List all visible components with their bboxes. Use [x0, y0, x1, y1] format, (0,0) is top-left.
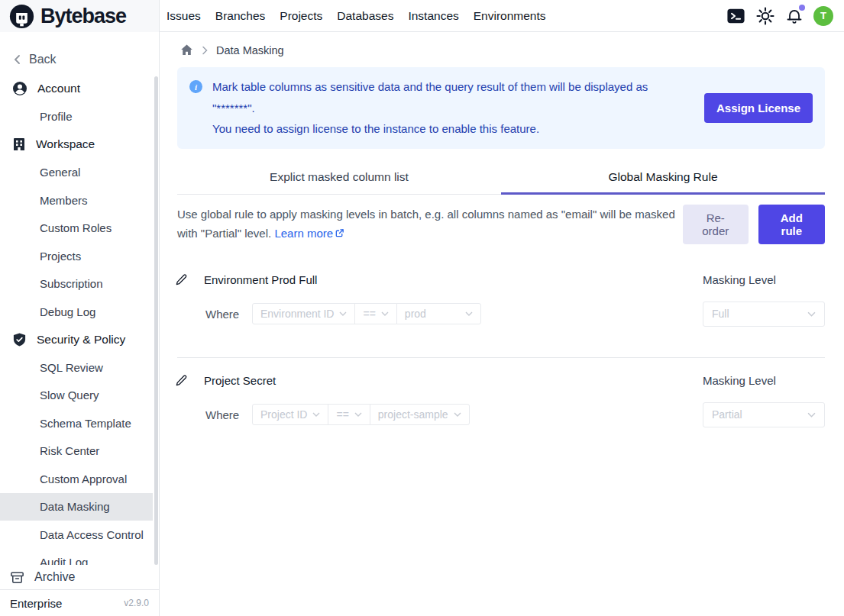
shield-check-icon — [12, 332, 27, 347]
condition-field-select[interactable]: Project ID — [252, 404, 328, 425]
where-label: Where — [205, 308, 242, 321]
rule-description-text: Use global rule to apply masking levels … — [177, 208, 675, 240]
add-rule-button[interactable]: Add rule — [758, 205, 825, 244]
back-button[interactable]: Back — [0, 44, 159, 75]
main-column: Issues Branches Projects Databases Insta… — [160, 0, 844, 616]
sidebar-item-members[interactable]: Members — [0, 186, 159, 214]
field-value: Environment ID — [260, 308, 334, 320]
rule-title: Project Secret — [204, 374, 276, 387]
where-label: Where — [205, 408, 242, 421]
masking-level-label: Masking Level — [703, 273, 825, 286]
sidebar-item-archive[interactable]: Archive — [0, 565, 159, 589]
condition-operator-select[interactable]: == — [328, 404, 370, 425]
banner-line-1: Mark table columns as sensitive data and… — [212, 76, 692, 118]
sidebar-section-account[interactable]: Account — [0, 75, 159, 103]
building-icon — [12, 137, 26, 152]
breadcrumb: Data Masking — [177, 32, 825, 67]
sidebar-item-audit-log[interactable]: Audit Log — [0, 549, 159, 566]
learn-more-label: Learn more — [274, 224, 333, 243]
sidebar: Bytebase Back Account Profile Workspace … — [0, 0, 160, 616]
sidebar-item-profile[interactable]: Profile — [0, 103, 159, 131]
nav-issues[interactable]: Issues — [167, 9, 201, 23]
top-header: Issues Branches Projects Databases Insta… — [160, 0, 844, 32]
sidebar-section-security-policy[interactable]: Security & Policy — [0, 326, 159, 354]
version-label: v2.9.0 — [124, 598, 149, 608]
learn-more-link[interactable]: Learn more — [274, 224, 344, 243]
sidebar-item-projects[interactable]: Projects — [0, 242, 159, 270]
nav-instances[interactable]: Instances — [408, 9, 458, 23]
nav-projects[interactable]: Projects — [280, 9, 322, 23]
header-icons: T — [726, 6, 833, 26]
edit-rule-pencil-icon[interactable] — [175, 374, 188, 387]
sidebar-item-custom-approval[interactable]: Custom Approval — [0, 465, 159, 493]
sidebar-item-risk-center[interactable]: Risk Center — [0, 437, 159, 466]
top-nav: Issues Branches Projects Databases Insta… — [167, 9, 546, 23]
sidebar-section-workspace[interactable]: Workspace — [0, 131, 159, 159]
sidebar-item-custom-roles[interactable]: Custom Roles — [0, 214, 159, 243]
nav-databases[interactable]: Databases — [337, 9, 393, 23]
reorder-button[interactable]: Re-order — [683, 205, 749, 244]
sidebar-item-general[interactable]: General — [0, 159, 159, 187]
back-label: Back — [29, 53, 57, 66]
masking-level-label: Masking Level — [703, 374, 825, 387]
nav-branches[interactable]: Branches — [215, 9, 265, 23]
settings-gear-icon[interactable] — [755, 6, 775, 26]
sidebar-item-data-access-control[interactable]: Data Access Control — [0, 521, 159, 549]
user-avatar[interactable]: T — [813, 6, 833, 26]
masking-level-value: Full — [712, 308, 729, 320]
condition-value: prod — [405, 308, 426, 320]
sidebar-item-slow-query[interactable]: Slow Query — [0, 382, 159, 410]
nav-environments[interactable]: Environments — [474, 9, 546, 23]
condition-group: Environment ID == prod — [252, 303, 481, 324]
sql-editor-icon[interactable] — [726, 7, 745, 25]
masking-rule-project-secret: Project Secret Masking Level Where Proje… — [177, 374, 825, 427]
plan-label: Enterprise — [10, 597, 62, 610]
condition-group: Project ID == project-sample — [252, 404, 470, 425]
breadcrumb-current-page: Data Masking — [216, 44, 284, 56]
bytebase-logo[interactable]: Bytebase — [0, 0, 159, 32]
user-icon — [12, 81, 27, 96]
archive-icon — [9, 569, 25, 585]
section-title: Workspace — [36, 137, 95, 151]
home-icon[interactable] — [180, 44, 193, 56]
masking-level-select[interactable]: Full — [703, 302, 825, 327]
page-content: Data Masking i Mark table columns as sen… — [160, 32, 844, 616]
section-title: Security & Policy — [37, 333, 125, 347]
notifications-bell-icon[interactable] — [785, 7, 804, 25]
masking-level-select[interactable]: Partial — [703, 402, 825, 427]
sidebar-item-debug-log[interactable]: Debug Log — [0, 298, 159, 326]
archive-label: Archive — [34, 570, 75, 584]
sidebar-nav: Back Account Profile Workspace General M… — [0, 32, 159, 565]
section-title: Account — [37, 82, 80, 95]
sidebar-item-schema-template[interactable]: Schema Template — [0, 409, 159, 437]
condition-operator-select[interactable]: == — [354, 303, 396, 324]
tab-explict-masked-column-list[interactable]: Explict masked column list — [177, 160, 501, 194]
external-link-icon — [335, 228, 344, 238]
edit-rule-pencil-icon[interactable] — [175, 273, 188, 286]
sidebar-scrollbar[interactable] — [154, 76, 158, 565]
sidebar-item-subscription[interactable]: Subscription — [0, 270, 159, 298]
condition-value-select[interactable]: prod — [396, 303, 481, 324]
banner-line-2: You need to assign license to the instan… — [212, 118, 692, 140]
masking-level-value: Partial — [712, 408, 742, 421]
sidebar-footer: Enterprise v2.9.0 — [0, 589, 159, 616]
rule-title: Environment Prod Full — [204, 273, 317, 286]
condition-value-select[interactable]: project-sample — [370, 404, 470, 425]
operator-value: == — [336, 408, 348, 421]
assign-license-button[interactable]: Assign License — [704, 93, 813, 123]
condition-value: project-sample — [378, 408, 448, 421]
logo-wordmark: Bytebase — [40, 5, 126, 28]
notification-dot — [799, 5, 805, 11]
condition-field-select[interactable]: Environment ID — [252, 303, 355, 324]
rule-actions: Re-order Add rule — [683, 205, 825, 244]
rule-description-row: Use global rule to apply masking levels … — [177, 205, 825, 244]
info-icon: i — [189, 80, 202, 93]
field-value: Project ID — [260, 408, 307, 421]
banner-text: Mark table columns as sensitive data and… — [212, 76, 692, 140]
sidebar-item-data-masking[interactable]: Data Masking — [0, 493, 153, 521]
rule-description: Use global rule to apply masking levels … — [177, 205, 683, 243]
breadcrumb-chevron-icon — [202, 46, 208, 55]
tab-global-masking-rule[interactable]: Global Masking Rule — [501, 160, 825, 194]
sidebar-item-sql-review[interactable]: SQL Review — [0, 353, 159, 382]
masking-tabs: Explict masked column list Global Maskin… — [177, 160, 825, 195]
